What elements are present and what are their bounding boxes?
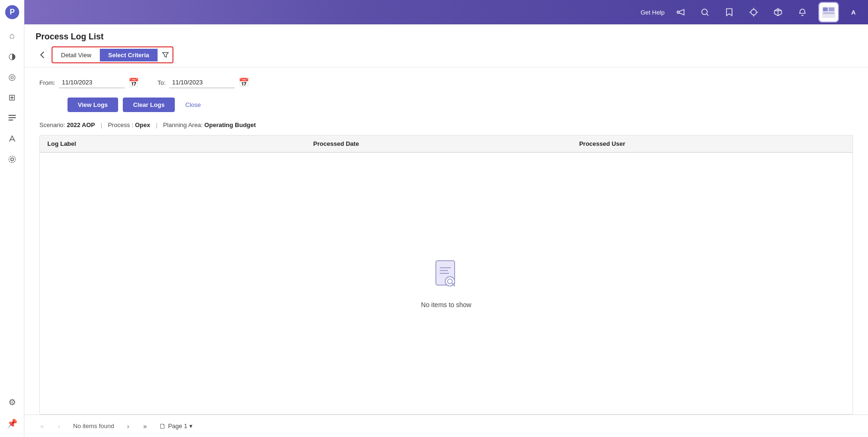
to-label: To: <box>157 79 165 86</box>
svg-point-8 <box>702 9 707 15</box>
page-header: Process Log List Detail View Select Crit… <box>24 24 868 68</box>
empty-message: No items to show <box>421 301 471 309</box>
sidebar-item-analytics[interactable]: ◑ <box>3 47 22 66</box>
process-label: Process : Opex <box>108 121 150 128</box>
to-date-field: To: 📅 <box>157 77 249 88</box>
table-container: Log Label Processed Date Processed User <box>39 135 853 414</box>
scenario-bar: Scenario: 2022 AOP | Process : Opex | Pl… <box>39 121 853 128</box>
sidebar-item-settings[interactable]: ⚙ <box>3 393 22 412</box>
from-calendar-icon[interactable]: 📅 <box>128 77 139 88</box>
to-date-input[interactable] <box>169 77 235 88</box>
sidebar: P ⌂ ◑ ◎ ⊞ ⚙ 📌 <box>0 0 24 437</box>
content-area: Process Log List Detail View Select Crit… <box>24 24 868 437</box>
clear-logs-button[interactable]: Clear Logs <box>123 98 175 112</box>
svg-rect-18 <box>829 8 834 11</box>
get-help-label: Get Help <box>641 9 665 16</box>
main-container: Get Help A <box>24 0 868 437</box>
sidebar-bottom: ⚙ 📌 <box>3 393 22 433</box>
page-label: Page 1 <box>168 422 187 429</box>
bookmark-icon[interactable] <box>721 4 738 21</box>
to-calendar-icon[interactable]: 📅 <box>239 77 249 88</box>
tabs-row: Detail View Select Criteria <box>36 46 857 63</box>
footer: « ‹ No items found › » 🗋 Page 1 ▾ <box>24 414 868 437</box>
crosshair-icon[interactable] <box>745 4 762 21</box>
col-log-label: Log Label <box>47 140 313 147</box>
svg-rect-17 <box>823 8 828 11</box>
svg-rect-23 <box>440 273 449 274</box>
table-header: Log Label Processed Date Processed User <box>40 136 853 153</box>
svg-rect-21 <box>440 267 451 268</box>
from-date-field: From: 📅 <box>39 77 139 88</box>
from-label: From: <box>39 79 55 86</box>
back-button[interactable] <box>36 48 49 61</box>
sidebar-item-targets[interactable]: ◎ <box>3 68 22 86</box>
get-help-button[interactable]: Get Help <box>641 9 665 16</box>
prev-page-button[interactable]: ‹ <box>52 420 66 433</box>
app-logo: P <box>4 4 21 21</box>
sidebar-item-grid[interactable]: ⊞ <box>3 88 22 107</box>
sidebar-item-home[interactable]: ⌂ <box>3 26 22 45</box>
view-logs-button[interactable]: View Logs <box>67 98 118 112</box>
first-page-button[interactable]: « <box>36 420 49 433</box>
body-area: From: 📅 To: 📅 View Logs Clear Logs Close <box>24 68 868 414</box>
filter-icon[interactable] <box>157 47 172 62</box>
date-row: From: 📅 To: 📅 <box>39 77 853 88</box>
footer-status: No items found <box>73 422 114 429</box>
user-avatar[interactable]: A <box>846 5 861 19</box>
last-page-button[interactable]: » <box>138 420 151 433</box>
search-icon[interactable] <box>696 4 713 21</box>
svg-text:P: P <box>9 8 15 16</box>
megaphone-icon[interactable] <box>672 4 689 21</box>
col-processed-user: Processed User <box>579 140 845 147</box>
bell-icon[interactable] <box>794 4 811 21</box>
svg-rect-3 <box>8 117 16 118</box>
empty-state: No items to show <box>421 259 471 309</box>
avatar-wrap[interactable] <box>818 2 839 23</box>
sidebar-item-process[interactable] <box>3 150 22 169</box>
cube-icon[interactable] <box>770 4 786 21</box>
page-icon: 🗋 <box>159 422 166 430</box>
table-body: No items to show <box>40 153 853 414</box>
sidebar-item-models[interactable] <box>3 129 22 148</box>
topnav: Get Help A <box>24 0 868 24</box>
svg-point-9 <box>751 9 756 15</box>
svg-rect-22 <box>440 270 448 271</box>
sidebar-item-reports[interactable] <box>3 109 22 128</box>
tabs-container: Detail View Select Criteria <box>52 46 173 63</box>
svg-rect-4 <box>8 120 13 121</box>
scenario-label: Scenario: 2022 AOP <box>39 121 95 128</box>
col-processed-date: Processed Date <box>313 140 579 147</box>
svg-point-6 <box>11 158 14 161</box>
page-dropdown-icon: ▾ <box>189 422 193 429</box>
tab-detail-view[interactable]: Detail View <box>52 49 100 61</box>
svg-point-7 <box>9 156 15 163</box>
svg-rect-19 <box>823 12 834 14</box>
close-button[interactable]: Close <box>180 98 206 112</box>
tab-select-criteria[interactable]: Select Criteria <box>100 49 157 61</box>
next-page-button[interactable]: › <box>121 420 135 433</box>
pin-icon[interactable]: 📌 <box>7 414 17 433</box>
planning-area-label: Planning Area: Operating Budget <box>163 121 256 128</box>
svg-rect-2 <box>8 115 16 116</box>
page-selector[interactable]: 🗋 Page 1 ▾ <box>159 422 192 430</box>
buttons-row: View Logs Clear Logs Close <box>39 98 853 112</box>
from-date-input[interactable] <box>59 77 125 88</box>
empty-icon <box>432 259 460 295</box>
page-title: Process Log List <box>36 32 857 42</box>
